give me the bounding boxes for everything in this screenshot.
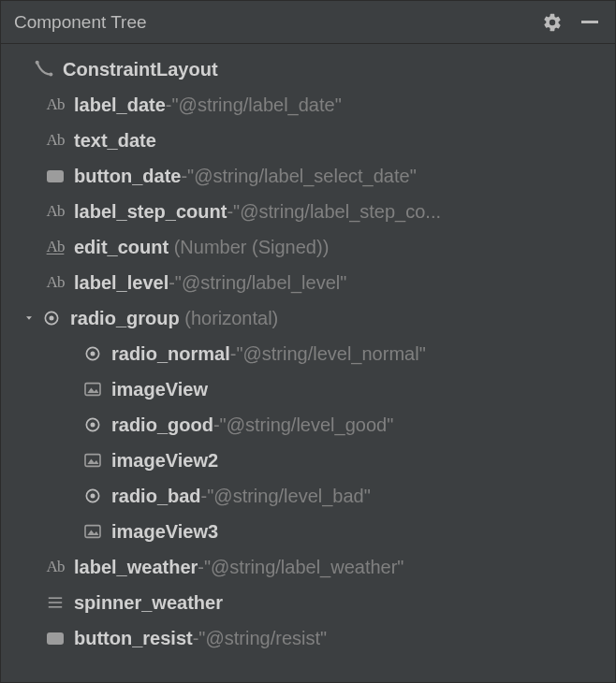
node-label: ConstraintLayout [63,59,218,80]
node-value: "@string/level_good" [220,414,394,436]
tree-node[interactable]: imageView3 [1,514,615,549]
textview-icon: Ab [42,273,68,292]
radiobutton-icon [80,415,106,434]
node-label: imageView3 [111,521,218,543]
tree-node[interactable]: Ab label_level - "@string/label_level" [1,265,615,300]
node-value: "@string/level_normal" [236,343,425,365]
node-label: text_date [74,130,156,152]
textview-icon: Ab [42,558,68,576]
textview-icon: Ab [42,202,68,221]
node-label: button_resist [74,628,193,649]
tree-node[interactable]: imageView [1,371,615,407]
spinner-icon [42,595,68,610]
node-label: imageView [111,379,208,400]
tree-node[interactable]: Ab text_date [1,123,615,158]
tree-node[interactable]: radio_good - "@string/level_good" [1,407,615,443]
svg-point-9 [91,423,95,428]
tree-node[interactable]: button_date - "@string/label_select_date… [1,158,615,194]
node-value: "@string/resist" [198,628,327,649]
node-label: button_date [74,166,181,187]
svg-marker-15 [87,530,98,535]
node-paren-value: horizontal [191,308,272,328]
radiobutton-icon [80,487,106,505]
node-label: radio_bad [111,486,201,507]
tree-node[interactable]: spinner_weather [1,585,615,620]
node-label: label_weather [74,557,198,578]
node-label: label_level [74,272,169,294]
radiobutton-icon [80,344,106,363]
node-value: "@string/level_bad" [207,486,371,507]
node-label: imageView2 [111,450,218,472]
tree-node[interactable]: Ab edit_count (Number (Signed)) [1,229,615,265]
svg-rect-14 [85,526,100,538]
node-paren: (Number (Signed)) [169,237,329,258]
radiogroup-icon [38,309,65,327]
constraintlayout-icon [31,59,57,80]
node-value: "@string/label_weather" [204,557,404,578]
edittext-icon: Ab [42,238,68,256]
chevron-down-icon[interactable] [20,312,38,325]
component-tree-panel: Component Tree ConstraintLayout Ab label… [0,0,616,683]
imageview-icon [80,453,106,468]
svg-rect-10 [85,455,100,467]
node-label: radio_normal [111,343,230,365]
textview-icon: Ab [42,131,68,150]
svg-marker-11 [87,458,98,464]
imageview-icon [80,524,106,539]
svg-point-13 [91,494,95,499]
button-icon [42,170,68,182]
node-label: spinner_weather [74,592,223,614]
svg-point-3 [50,316,54,321]
node-paren-value: Number (Signed) [180,237,322,257]
textview-icon: Ab [42,95,68,114]
node-sep: - [169,272,175,294]
tree-node[interactable]: Ab label_step_count - "@string/label_ste… [1,194,615,229]
tree-node[interactable]: Ab label_date - "@string/label_date" [1,87,615,123]
node-sep: - [181,166,187,187]
node-sep: - [230,343,237,365]
component-tree: ConstraintLayout Ab label_date - "@strin… [1,44,615,682]
tree-node[interactable]: radio_normal - "@string/level_normal" [1,336,615,371]
svg-point-5 [91,352,95,356]
node-label: radio_group [70,308,180,329]
button-icon [42,632,68,645]
panel-title: Component Tree [14,12,147,33]
minimize-icon[interactable] [578,10,602,35]
gear-icon[interactable] [540,10,565,35]
tree-node[interactable]: button_resist - "@string/resist" [1,620,615,656]
svg-marker-7 [87,387,98,393]
tree-node[interactable]: Ab label_weather - "@string/label_weathe… [1,549,615,585]
tree-node[interactable]: radio_bad - "@string/level_bad" [1,478,615,514]
node-paren: (horizontal) [180,308,279,329]
node-value: "@string/label_date" [172,94,342,116]
node-sep: - [198,557,204,578]
node-value: "@string/label_select_date" [187,166,417,187]
node-sep: - [193,628,199,649]
svg-point-0 [36,61,39,65]
tree-node-expandable[interactable]: radio_group (horizontal) [1,300,615,336]
imageview-icon [80,382,106,397]
node-sep: - [201,486,208,507]
tree-node[interactable]: imageView2 [1,443,615,478]
node-sep: - [166,94,172,116]
svg-rect-6 [85,384,100,396]
node-label: label_step_count [74,201,227,223]
tree-node-root[interactable]: ConstraintLayout [1,51,615,87]
node-label: radio_good [111,414,213,436]
node-value: "@string/label_step_co... [233,201,441,223]
node-sep: - [227,201,233,223]
node-value: "@string/label_level" [175,272,346,294]
svg-point-1 [49,72,52,76]
node-sep: - [213,414,220,436]
panel-header: Component Tree [1,1,615,44]
node-label: edit_count [74,237,169,258]
node-label: label_date [74,94,166,116]
